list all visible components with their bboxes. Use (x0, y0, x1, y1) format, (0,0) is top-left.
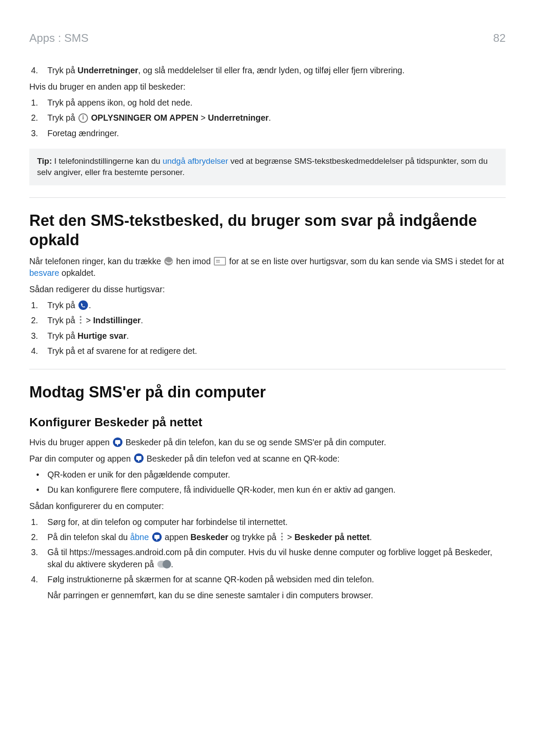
list-item: Tryk på Hurtige svar. (29, 330, 506, 342)
paragraph: Sådan redigerer du disse hurtigsvar: (29, 284, 506, 295)
link-answer[interactable]: besvare (29, 268, 59, 278)
list-item: Foretag ændringer. (29, 128, 506, 139)
quick-reply-steps: Tryk på . Tryk på > Indstillinger. Tryk … (29, 300, 506, 357)
divider (29, 197, 506, 198)
list-item: På din telefon skal du åbne appen Besked… (29, 531, 506, 543)
messages-app-icon (152, 532, 162, 542)
subsection-title: Konfigurer Beskeder på nettet (29, 414, 506, 431)
paragraph: Sådan konfigurerer du en computer: (29, 500, 506, 512)
page: Apps : SMS 82 Tryk på Underretninger, og… (0, 0, 535, 756)
messages-app-icon (134, 453, 144, 463)
configure-computer-steps: Sørg for, at din telefon og computer har… (29, 516, 506, 602)
paragraph: Par din computer og appen Beskeder på di… (29, 453, 506, 465)
list-item: Sørg for, at din telefon og computer har… (29, 516, 506, 528)
list-item: Tryk på et af svarene for at redigere de… (29, 345, 506, 357)
messages-app-icon (113, 437, 122, 447)
page-header: Apps : SMS 82 (29, 30, 506, 46)
list-item: Tryk på Underretninger, og slå meddelels… (29, 65, 506, 76)
info-icon (78, 113, 88, 123)
continued-list: Tryk på Underretninger, og slå meddelels… (29, 65, 506, 76)
list-item: Tryk på appens ikon, og hold det nede. (29, 97, 506, 109)
list-item: Gå til https://messages.android.com på d… (29, 547, 506, 570)
paragraph: Når parringen er gennemført, kan du se d… (47, 590, 506, 601)
list-item: Følg instruktionerne på skærmen for at s… (29, 574, 506, 602)
list-item: Tryk på OPLYSNINGER OM APPEN > Underretn… (29, 112, 506, 124)
divider (29, 369, 506, 369)
more-vert-icon (78, 316, 83, 324)
paragraph: Hvis du bruger appen Beskeder på din tel… (29, 437, 506, 448)
section-title: Ret den SMS-tekstbesked, du bruger som s… (29, 211, 506, 250)
page-number: 82 (493, 30, 506, 46)
paragraph: Når telefonen ringer, kan du trække hen … (29, 256, 506, 279)
link-open[interactable]: åbne (130, 532, 149, 542)
phone-app-icon (78, 300, 88, 310)
more-vert-icon (280, 532, 284, 541)
tip-label: Tip: (37, 156, 52, 166)
message-box-icon (214, 257, 226, 266)
list-item: QR-koden er unik for den pågældende comp… (29, 469, 506, 481)
list-item: Tryk på > Indstillinger. (29, 315, 506, 326)
paragraph: Hvis du bruger en anden app til beskeder… (29, 81, 506, 93)
link-avoid-interruptions[interactable]: undgå afbrydelser (163, 156, 228, 166)
section-title: Modtag SMS'er på din computer (29, 382, 506, 402)
list-item: Tryk på . (29, 300, 506, 311)
toggle-on-icon (157, 561, 170, 568)
other-app-steps: Tryk på appens ikon, og hold det nede. T… (29, 97, 506, 139)
tip-box: Tip: I telefonindstillingerne kan du und… (29, 149, 506, 185)
qr-notes: QR-koden er unik for den pågældende comp… (29, 469, 506, 496)
list-item: Du kan konfigurere flere computere, få i… (29, 484, 506, 496)
breadcrumb: Apps : SMS (29, 30, 88, 46)
phone-handset-icon (164, 257, 173, 266)
